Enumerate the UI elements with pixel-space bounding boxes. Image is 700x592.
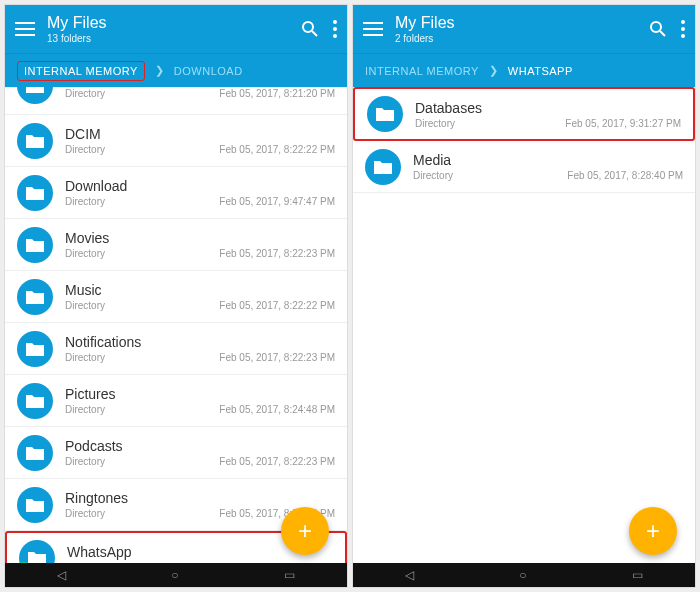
list-item[interactable]: DCIMDirectoryFeb 05, 2017, 8:22:22 PM	[5, 115, 347, 167]
nav-home-icon[interactable]: ○	[171, 568, 178, 582]
hamburger-icon[interactable]	[363, 21, 383, 37]
nav-recent-icon[interactable]: ▭	[284, 568, 295, 582]
item-type: Directory	[413, 170, 453, 181]
item-name: Media	[413, 152, 683, 168]
app-bar: My Files 2 folders	[353, 5, 695, 53]
svg-point-13	[681, 20, 685, 24]
overflow-menu-icon[interactable]	[681, 20, 685, 38]
folder-list[interactable]: DirectoryFeb 05, 2017, 8:21:20 PMDCIMDir…	[5, 87, 347, 563]
breadcrumb: INTERNAL MEMORY ❯ WHATSAPP	[353, 53, 695, 87]
nav-home-icon[interactable]: ○	[519, 568, 526, 582]
item-timestamp: Feb 05, 2017, 9:31:27 PM	[565, 118, 681, 129]
plus-icon: +	[298, 519, 312, 543]
app-bar: My Files 13 folders	[5, 5, 347, 53]
breadcrumb: INTERNAL MEMORY ❯ DOWNLOAD	[5, 53, 347, 87]
folder-icon	[17, 487, 53, 523]
search-icon[interactable]	[649, 20, 667, 38]
add-fab[interactable]: +	[281, 507, 329, 555]
folder-icon	[365, 149, 401, 185]
item-type: Directory	[65, 404, 105, 415]
item-type: Directory	[65, 508, 105, 519]
app-subtitle: 2 folders	[395, 33, 635, 45]
item-timestamp: Feb 05, 2017, 8:24:48 PM	[219, 404, 335, 415]
item-type: Directory	[65, 144, 105, 155]
svg-line-12	[660, 31, 665, 36]
breadcrumb-internal-memory[interactable]: INTERNAL MEMORY	[17, 61, 145, 81]
item-type: Directory	[65, 300, 105, 311]
app-title: My Files	[395, 13, 635, 32]
svg-point-14	[681, 27, 685, 31]
item-name: Movies	[65, 230, 335, 246]
list-item[interactable]: MediaDirectoryFeb 05, 2017, 8:28:40 PM	[353, 141, 695, 193]
list-item[interactable]: DirectoryFeb 05, 2017, 8:21:20 PM	[5, 87, 347, 115]
hamburger-icon[interactable]	[15, 21, 35, 37]
item-timestamp: Feb 05, 2017, 8:28:40 PM	[567, 170, 683, 181]
list-item[interactable]: NotificationsDirectoryFeb 05, 2017, 8:22…	[5, 323, 347, 375]
plus-icon: +	[646, 519, 660, 543]
svg-point-11	[651, 22, 661, 32]
item-name: Notifications	[65, 334, 335, 350]
folder-icon	[17, 331, 53, 367]
item-type: Directory	[65, 248, 105, 259]
item-timestamp: Feb 05, 2017, 9:00:21 PM	[217, 562, 333, 564]
folder-icon	[17, 175, 53, 211]
folder-icon	[17, 435, 53, 471]
svg-point-3	[303, 22, 313, 32]
list-item[interactable]: DatabasesDirectoryFeb 05, 2017, 9:31:27 …	[353, 87, 695, 141]
folder-icon	[17, 87, 53, 104]
item-timestamp: Feb 05, 2017, 8:22:22 PM	[219, 144, 335, 155]
folder-list[interactable]: DatabasesDirectoryFeb 05, 2017, 9:31:27 …	[353, 87, 695, 563]
folder-icon	[17, 227, 53, 263]
item-name: Pictures	[65, 386, 335, 402]
nav-back-icon[interactable]: ◁	[405, 568, 414, 582]
item-name: Music	[65, 282, 335, 298]
svg-point-15	[681, 34, 685, 38]
nav-bar: ◁ ○ ▭	[353, 563, 695, 587]
item-type: Directory	[65, 456, 105, 467]
list-item[interactable]: PicturesDirectoryFeb 05, 2017, 8:24:48 P…	[5, 375, 347, 427]
item-timestamp: Feb 05, 2017, 8:22:23 PM	[219, 456, 335, 467]
breadcrumb-internal-memory[interactable]: INTERNAL MEMORY	[365, 65, 479, 77]
overflow-menu-icon[interactable]	[333, 20, 337, 38]
nav-back-icon[interactable]: ◁	[57, 568, 66, 582]
item-name: Download	[65, 178, 335, 194]
add-fab[interactable]: +	[629, 507, 677, 555]
folder-icon	[17, 279, 53, 315]
item-timestamp: Feb 05, 2017, 9:47:47 PM	[219, 196, 335, 207]
app-title: My Files	[47, 13, 287, 32]
item-timestamp: Feb 05, 2017, 8:22:22 PM	[219, 300, 335, 311]
search-icon[interactable]	[301, 20, 319, 38]
nav-recent-icon[interactable]: ▭	[632, 568, 643, 582]
item-type: Directory	[65, 88, 105, 99]
item-type: Directory	[415, 118, 455, 129]
svg-point-6	[333, 27, 337, 31]
nav-bar: ◁ ○ ▭	[5, 563, 347, 587]
list-item[interactable]: MusicDirectoryFeb 05, 2017, 8:22:22 PM	[5, 271, 347, 323]
item-timestamp: Feb 05, 2017, 8:22:23 PM	[219, 352, 335, 363]
svg-point-7	[333, 34, 337, 38]
list-item[interactable]: MoviesDirectoryFeb 05, 2017, 8:22:23 PM	[5, 219, 347, 271]
item-name: Databases	[415, 100, 681, 116]
folder-icon	[19, 540, 55, 563]
svg-line-4	[312, 31, 317, 36]
item-type: Directory	[65, 352, 105, 363]
item-name: Podcasts	[65, 438, 335, 454]
folder-icon	[367, 96, 403, 132]
item-name: DCIM	[65, 126, 335, 142]
breadcrumb-whatsapp[interactable]: WHATSAPP	[508, 65, 573, 77]
app-subtitle: 13 folders	[47, 33, 287, 45]
list-item[interactable]: DownloadDirectoryFeb 05, 2017, 9:47:47 P…	[5, 167, 347, 219]
folder-icon	[17, 123, 53, 159]
breadcrumb-download[interactable]: DOWNLOAD	[174, 65, 243, 77]
chevron-right-icon: ❯	[155, 64, 164, 77]
svg-point-5	[333, 20, 337, 24]
item-type: Directory	[67, 562, 107, 564]
item-type: Directory	[65, 196, 105, 207]
item-timestamp: Feb 05, 2017, 8:22:23 PM	[219, 248, 335, 259]
chevron-right-icon: ❯	[489, 64, 498, 77]
folder-icon	[17, 383, 53, 419]
item-name: Ringtones	[65, 490, 335, 506]
item-timestamp: Feb 05, 2017, 8:21:20 PM	[219, 88, 335, 99]
list-item[interactable]: PodcastsDirectoryFeb 05, 2017, 8:22:23 P…	[5, 427, 347, 479]
